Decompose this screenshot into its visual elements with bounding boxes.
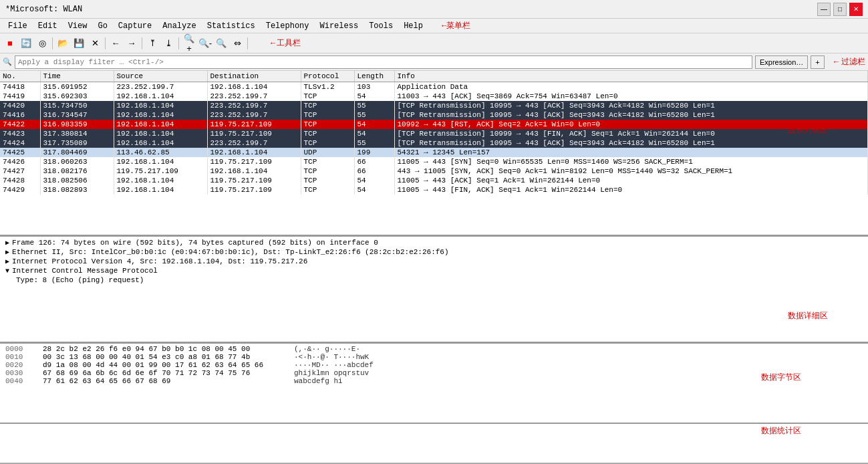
toolbar-zoom-in[interactable]: 🔍+ — [182, 36, 196, 51]
hex-ascii: ····MD·· ···abcdef — [294, 361, 374, 369]
table-row[interactable]: 74422316.983359192.168.1.104119.75.217.1… — [0, 120, 868, 129]
hex-ascii: (,·&·· g·····E· — [294, 345, 360, 353]
table-row[interactable]: 74429318.082893192.168.1.104119.75.217.1… — [0, 185, 868, 195]
packet-cell: 192.168.1.104 — [114, 185, 207, 195]
packet-cell: 54 — [354, 129, 394, 138]
packet-cell: 54 — [354, 176, 394, 185]
packet-cell: 54321 → 12345 Len=157 — [394, 148, 868, 157]
menu-wireless[interactable]: Wireless — [315, 20, 364, 32]
packet-cell: 66 — [354, 166, 394, 176]
toolbar-back[interactable]: ← — [108, 36, 123, 51]
filter-input[interactable] — [15, 55, 752, 69]
col-length: Length — [354, 71, 394, 82]
hex-offset: 0030 — [5, 369, 32, 377]
menu-tools[interactable]: Tools — [364, 20, 398, 32]
toolbar-save[interactable]: 💾 — [71, 36, 86, 51]
filter-icon: 🔍 — [3, 57, 12, 66]
table-row[interactable]: 74427318.082176119.75.217.109192.168.1.1… — [0, 166, 868, 176]
filter-expression-button[interactable]: Expression… — [755, 55, 808, 69]
col-no: No. — [0, 71, 40, 82]
toolbar-stop[interactable]: ■ — [3, 36, 17, 51]
packet-cell: 316.734547 — [40, 110, 114, 120]
table-row[interactable]: 74416316.734547192.168.1.104223.252.199.… — [0, 110, 868, 120]
packet-cell: 103 — [354, 82, 394, 92]
packet-cell: [TCP Retransmission] 10995 → 443 [ACK] S… — [394, 110, 868, 120]
packet-cell: 74419 — [0, 92, 40, 101]
annotation-filter-label: 过滤栏 — [841, 56, 865, 68]
packet-cell: 223.252.199.7 — [207, 92, 301, 101]
packet-cell: 192.168.1.104 — [114, 120, 207, 129]
packet-cell: 11005 → 443 [FIN, ACK] Seq=1 Ack=1 Win=2… — [394, 185, 868, 195]
toolbar-resize[interactable]: ⇔ — [230, 36, 245, 51]
table-row[interactable]: 74424317.735089192.168.1.104223.252.199.… — [0, 138, 868, 148]
toolbar-goto-bottom[interactable]: ⤓ — [161, 36, 176, 51]
annotation-filter-arrow: ← — [834, 57, 839, 67]
table-row[interactable]: 74428318.082506192.168.1.104119.75.217.1… — [0, 176, 868, 185]
packet-list[interactable]: No. Time Source Destination Protocol Len… — [0, 71, 868, 237]
close-button[interactable]: ✕ — [849, 3, 863, 16]
table-row[interactable]: 74418315.691952223.252.199.7192.168.1.10… — [0, 82, 868, 92]
menu-telephony[interactable]: Telephony — [261, 20, 315, 32]
col-protocol: Protocol — [301, 71, 354, 82]
packet-cell: 74429 — [0, 185, 40, 195]
maximize-button[interactable]: □ — [833, 3, 847, 16]
ip-text: Internet Protocol Version 4, Src: 192.16… — [12, 257, 307, 265]
menu-view[interactable]: View — [63, 20, 93, 32]
toolbar-fwd[interactable]: → — [124, 36, 139, 51]
packet-cell: 192.168.1.104 — [114, 176, 207, 185]
hex-ascii: wabcdefg hi — [294, 377, 343, 385]
toolbar-goto-top[interactable]: ⤒ — [145, 36, 160, 51]
packet-cell: 74418 — [0, 82, 40, 92]
packet-cell: 55 — [354, 110, 394, 120]
menu-capture[interactable]: Capture — [113, 20, 157, 32]
toolbar-close[interactable]: ✕ — [88, 36, 102, 51]
table-row[interactable]: 74425317.804469113.46.62.85192.168.1.104… — [0, 148, 868, 157]
packet-cell: TCP — [301, 138, 354, 148]
packet-cell: Application Data — [394, 82, 868, 92]
packet-cell: 119.75.217.109 — [114, 166, 207, 176]
menu-help[interactable]: Help — [398, 20, 428, 32]
menu-edit[interactable]: Edit — [33, 20, 63, 32]
minimize-button[interactable]: — — [817, 3, 831, 16]
packet-cell: TCP — [301, 92, 354, 101]
toolbar-sep3 — [142, 37, 142, 49]
packet-cell: 318.082506 — [40, 176, 114, 185]
annotation-packets-label: 数据列表区 — [788, 124, 828, 136]
detail-row-frame[interactable]: ▶ Frame 126: 74 bytes on wire (592 bits)… — [0, 238, 868, 247]
detail-row-ethernet[interactable]: ▶ Ethernet II, Src: IntelCor_b0:b0:1c (e… — [0, 247, 868, 257]
toolbar-zoom-reset[interactable]: 🔍 — [214, 36, 229, 51]
table-row[interactable]: 74423317.380814192.168.1.104119.75.217.1… — [0, 129, 868, 138]
detail-pane[interactable]: ▶ Frame 126: 74 bytes on wire (592 bits)… — [0, 237, 868, 344]
menu-statistics[interactable]: Statistics — [202, 20, 261, 32]
hex-row: 004077 61 62 63 64 65 66 67 68 69wabcdef… — [0, 377, 868, 385]
packet-cell: 223.252.199.7 — [114, 82, 207, 92]
hex-rows-container: 000028 2c b2 e2 26 f6 e0 94 67 b0 b0 1c … — [0, 345, 868, 385]
detail-row-ip[interactable]: ▶ Internet Protocol Version 4, Src: 192.… — [0, 257, 868, 266]
menu-analyze[interactable]: Analyze — [157, 20, 201, 32]
packet-cell: 315.691952 — [40, 82, 114, 92]
packet-cell: 74427 — [0, 166, 40, 176]
menu-file[interactable]: File — [3, 20, 33, 32]
table-row[interactable]: 74426318.060263192.168.1.104119.75.217.1… — [0, 157, 868, 166]
packet-cell: 192.168.1.104 — [114, 138, 207, 148]
toolbar-circle[interactable]: ◎ — [35, 36, 49, 51]
hex-bytes: 77 61 62 63 64 65 66 67 68 69 — [43, 377, 283, 385]
detail-row-icmp[interactable]: ▼ Internet Control Message Protocol — [0, 266, 868, 275]
table-row[interactable]: 74419315.692303192.168.1.104223.252.199.… — [0, 92, 868, 101]
hex-pane[interactable]: 000028 2c b2 e2 26 f6 e0 94 67 b0 b0 1c … — [0, 344, 868, 424]
packet-cell: 223.252.199.7 — [207, 110, 301, 120]
toolbar-open[interactable]: 📂 — [55, 36, 70, 51]
packet-cell: 199 — [354, 148, 394, 157]
packet-cell: 11003 → 443 [ACK] Seq=3869 Ack=754 Win=6… — [394, 92, 868, 101]
table-row[interactable]: 74420315.734750192.168.1.104223.252.199.… — [0, 101, 868, 110]
filter-add-button[interactable]: + — [811, 55, 824, 69]
menu-go[interactable]: Go — [92, 20, 112, 32]
col-time: Time — [40, 71, 114, 82]
toolbar-zoom-out[interactable]: 🔍- — [198, 36, 212, 51]
packet-cell: 74424 — [0, 138, 40, 148]
hex-ascii: ghijklmn opqrstuv — [294, 369, 369, 377]
icmp-toggle: ▼ — [5, 267, 9, 275]
packet-cell: TCP — [301, 166, 354, 176]
toolbar-restart[interactable]: 🔄 — [19, 36, 33, 51]
col-source: Source — [114, 71, 207, 82]
